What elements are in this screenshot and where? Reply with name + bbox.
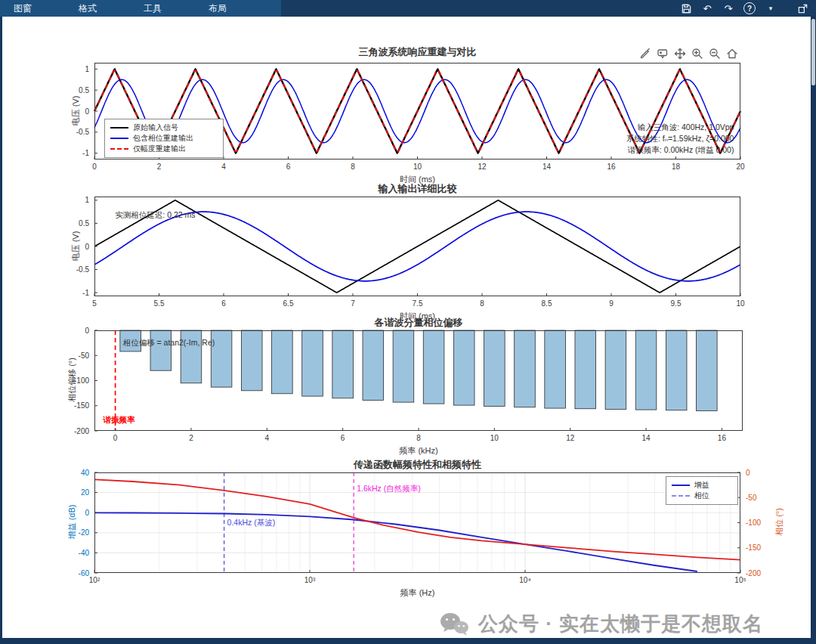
svg-text:0.5: 0.5 [79,86,89,94]
svg-text:4: 4 [265,434,270,442]
svg-text:谐振频率: 0.00kHz (增益 0.00): 谐振频率: 0.00kHz (增益 0.00) [627,145,734,154]
svg-text:1: 1 [85,65,89,73]
svg-text:12: 12 [478,163,487,171]
svg-text:6: 6 [341,434,345,442]
svg-text:5: 5 [92,299,97,308]
zoom-out-icon[interactable] [708,47,721,60]
svg-text:10²: 10² [89,576,100,584]
zoom-in-icon[interactable] [691,47,703,60]
svg-text:-200: -200 [74,427,89,435]
chart2-axes[interactable]: 实测相位延迟: 0.22 ms55.566.577.588.599.51010.… [94,197,740,296]
datatip-icon[interactable] [656,47,669,60]
svg-text:系统特性: fₙ=1.59kHz, ζ=0.000: 系统特性: fₙ=1.59kHz, ζ=0.000 [626,134,734,143]
redo-icon[interactable]: ↷ [722,2,734,14]
svg-text:-150: -150 [74,401,89,410]
legend-swatch-gain [672,485,690,486]
svg-text:7.5: 7.5 [413,299,423,308]
svg-text:相位偏移 = atan2(-Im, Re): 相位偏移 = atan2(-Im, Re) [122,338,215,347]
menu-tools[interactable]: 工具 [144,2,162,15]
legend-swatch-phase-recon [110,138,128,139]
help-glyph: ? [743,2,756,14]
svg-text:6.5: 6.5 [283,299,294,308]
legend-swatch-original [110,127,128,128]
brush-icon[interactable] [638,47,651,60]
svg-text:-50: -50 [746,494,757,502]
legend-label: 仅幅度重建输出 [133,144,186,154]
svg-text:实测相位延迟: 0.22 ms: 实测相位延迟: 0.22 ms [115,210,195,219]
chart1-xlabel: 时间 (ms) [94,174,740,185]
svg-text:-0.5: -0.5 [76,128,90,136]
chart1-legend: 原始输入信号 包含相位重建输出 仅幅度重建输出 [104,119,224,158]
svg-text:0.4kHz (基波): 0.4kHz (基波) [227,518,276,527]
svg-text:-60: -60 [79,569,90,577]
svg-text:10⁴: 10⁴ [519,576,530,584]
svg-text:10: 10 [490,434,499,442]
svg-text:14: 14 [542,163,552,171]
svg-text:2: 2 [189,434,193,442]
svg-text:0: 0 [92,163,97,171]
svg-text:-1: -1 [82,149,89,157]
axes-toolbar [638,47,738,60]
svg-text:-20: -20 [79,528,90,537]
chart4-title: 传递函数幅频特性和相频特性 [94,458,740,472]
chart4-axes[interactable]: 0.4kHz (基波)1.6kHz (自然频率)10²10³10⁴10⁵4020… [94,472,740,573]
svg-text:40: 40 [81,469,90,477]
chart2-xlabel: 时间 (ms) [94,311,740,322]
legend-label: 相位 [694,491,709,501]
legend-item: 包含相位重建输出 [110,133,218,144]
svg-text:6: 6 [221,299,226,308]
figure-canvas: 三角波系统响应重建与对比 输入输出详细比较 各谐波分量相位偏移 传递函数幅频特性… [2,17,811,638]
svg-text:5.5: 5.5 [154,299,165,308]
svg-text:-100: -100 [74,376,89,385]
svg-text:12: 12 [566,434,575,442]
svg-text:10: 10 [736,299,745,308]
matlab-figure-window: 图窗 格式 工具 布局 ↶ ↷ ? ▾ 三角波系统响应重建与对比 [0,0,816,644]
chart4-xlabel: 频率 (Hz) [94,587,740,599]
svg-text:8.5: 8.5 [542,299,552,308]
menu-figure[interactable]: 图窗 [14,2,32,15]
svg-text:0.5: 0.5 [79,219,89,228]
pan-icon[interactable] [673,47,686,60]
svg-text:0: 0 [85,107,89,116]
svg-text:10³: 10³ [304,576,316,584]
chart4-ylabel-left: 增益 (dB) [66,469,78,575]
svg-text:20: 20 [736,163,745,171]
svg-text:2: 2 [157,163,162,171]
menu-format[interactable]: 格式 [79,2,97,15]
chart3-axes[interactable]: 相位偏移 = atan2(-Im, Re)谐振频率02468101214160-… [94,330,743,431]
svg-text:0: 0 [85,243,89,251]
chart3-xlabel: 频率 (kHz) [94,445,743,457]
legend-label: 原始输入信号 [133,122,178,133]
svg-text:14: 14 [641,434,651,442]
scrollbar-thumb[interactable] [811,19,815,85]
undock-icon[interactable] [796,2,808,14]
chart4-legend: 增益 相位 [666,476,738,505]
help-icon[interactable]: ? [743,2,756,14]
legend-swatch-amp-recon [110,148,128,150]
window-toolbar: ↶ ↷ ? ▾ [281,0,816,17]
svg-text:6: 6 [286,163,291,171]
svg-text:8: 8 [480,299,484,308]
svg-text:-150: -150 [746,543,761,552]
wechat-icon [439,611,469,637]
svg-text:7: 7 [351,299,355,308]
svg-text:-1: -1 [82,289,89,297]
save-icon[interactable] [680,2,692,14]
undo-icon[interactable]: ↶ [701,2,713,14]
legend-label: 增益 [694,480,709,491]
svg-text:0: 0 [746,469,750,477]
svg-text:9.5: 9.5 [671,299,682,308]
svg-text:18: 18 [672,163,681,171]
home-icon[interactable] [725,47,738,60]
svg-text:0: 0 [85,327,89,335]
svg-text:10⁵: 10⁵ [734,576,746,584]
svg-text:8: 8 [351,163,355,171]
help-dropdown-icon[interactable]: ▾ [765,2,777,14]
legend-item: 增益 [672,480,732,491]
svg-text:-0.5: -0.5 [76,265,90,274]
svg-text:-50: -50 [79,351,90,360]
svg-text:谐振频率: 谐振频率 [103,415,136,424]
menu-tabs: 图窗 格式 工具 布局 [0,0,281,17]
menu-layout[interactable]: 布局 [209,2,227,15]
legend-item: 仅幅度重建输出 [110,144,218,154]
